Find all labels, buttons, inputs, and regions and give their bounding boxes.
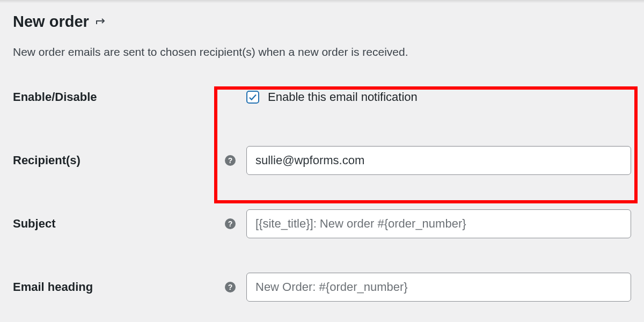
field-recipients bbox=[246, 146, 631, 175]
settings-panel: New order New order emails are sent to c… bbox=[0, 0, 644, 304]
check-icon bbox=[248, 92, 258, 102]
back-link[interactable] bbox=[94, 17, 107, 30]
page-title-text: New order bbox=[13, 13, 89, 31]
label-subject: Subject bbox=[13, 217, 225, 231]
return-up-icon bbox=[94, 17, 107, 30]
row-enable: Enable/Disable Enable this email notific… bbox=[13, 80, 631, 114]
help-col-recipients: ? bbox=[225, 155, 246, 166]
field-enable: Enable this email notification bbox=[246, 90, 631, 104]
page-title: New order bbox=[13, 13, 631, 31]
help-icon[interactable]: ? bbox=[225, 155, 236, 166]
row-recipients: Recipient(s) ? bbox=[13, 143, 631, 178]
field-subject bbox=[246, 209, 631, 238]
enable-checkbox-label: Enable this email notification bbox=[268, 90, 418, 104]
label-email-heading: Email heading bbox=[13, 280, 225, 294]
help-icon[interactable]: ? bbox=[225, 282, 236, 292]
subject-input[interactable] bbox=[246, 209, 631, 238]
recipients-input[interactable] bbox=[246, 146, 631, 175]
label-enable: Enable/Disable bbox=[13, 90, 225, 104]
help-icon[interactable]: ? bbox=[225, 218, 236, 229]
help-col-email-heading: ? bbox=[225, 282, 246, 292]
page-description: New order emails are sent to chosen reci… bbox=[13, 43, 631, 61]
email-heading-input[interactable] bbox=[246, 273, 631, 302]
row-email-heading: Email heading ? bbox=[13, 270, 631, 304]
enable-checkbox[interactable] bbox=[246, 91, 259, 104]
field-email-heading bbox=[246, 273, 631, 302]
enable-checkbox-wrap[interactable]: Enable this email notification bbox=[246, 90, 418, 104]
help-col-subject: ? bbox=[225, 218, 246, 229]
row-subject: Subject ? bbox=[13, 207, 631, 241]
label-recipients: Recipient(s) bbox=[13, 153, 225, 167]
